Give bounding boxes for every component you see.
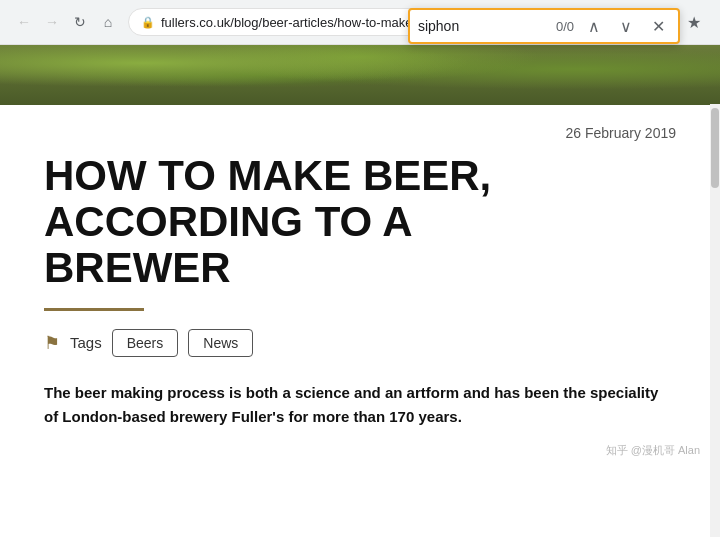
find-prev-button[interactable]: ∧ — [582, 14, 606, 38]
nav-buttons: ← → ↻ ⌂ — [12, 10, 120, 34]
title-divider — [44, 308, 144, 311]
tags-label: Tags — [70, 334, 102, 351]
reload-button[interactable]: ↻ — [68, 10, 92, 34]
tag-news-button[interactable]: News — [188, 329, 253, 357]
find-bar: 0/0 ∧ ∨ ✕ — [408, 8, 680, 44]
find-next-icon: ∨ — [620, 17, 632, 36]
back-icon: ← — [17, 14, 31, 30]
browser-toolbar-area: ← → ↻ ⌂ 🔒 fullers.co.uk/blog/beer-articl… — [0, 0, 720, 45]
article-date: 26 February 2019 — [44, 125, 676, 141]
article-title: HOW TO MAKE BEER,ACCORDING TO ABREWER — [44, 153, 676, 292]
lock-icon: 🔒 — [141, 16, 155, 29]
find-prev-icon: ∧ — [588, 17, 600, 36]
home-icon: ⌂ — [104, 14, 112, 30]
find-count: 0/0 — [556, 19, 574, 34]
home-button[interactable]: ⌂ — [96, 10, 120, 34]
browser-window: ← → ↻ ⌂ 🔒 fullers.co.uk/blog/beer-articl… — [0, 0, 720, 537]
article-content: 26 February 2019 HOW TO MAKE BEER,ACCORD… — [0, 105, 720, 537]
scroll-thumb[interactable] — [711, 108, 719, 188]
hero-image — [0, 45, 720, 105]
find-input[interactable] — [418, 18, 548, 34]
bookmark-star-icon: ★ — [687, 13, 701, 32]
find-next-button[interactable]: ∨ — [614, 14, 638, 38]
find-close-button[interactable]: ✕ — [646, 14, 670, 38]
reload-icon: ↻ — [74, 14, 86, 30]
tags-section: ⚑ Tags Beers News — [44, 329, 676, 357]
tag-beers-button[interactable]: Beers — [112, 329, 179, 357]
tags-bookmark-icon: ⚑ — [44, 332, 60, 354]
scrollbar[interactable] — [710, 104, 720, 537]
find-close-icon: ✕ — [652, 17, 665, 36]
watermark: 知乎 @漫机哥 Alan — [606, 443, 700, 458]
forward-icon: → — [45, 14, 59, 30]
article-intro: The beer making process is both a scienc… — [44, 381, 676, 429]
forward-button[interactable]: → — [40, 10, 64, 34]
back-button[interactable]: ← — [12, 10, 36, 34]
bookmark-button[interactable]: ★ — [680, 8, 708, 36]
